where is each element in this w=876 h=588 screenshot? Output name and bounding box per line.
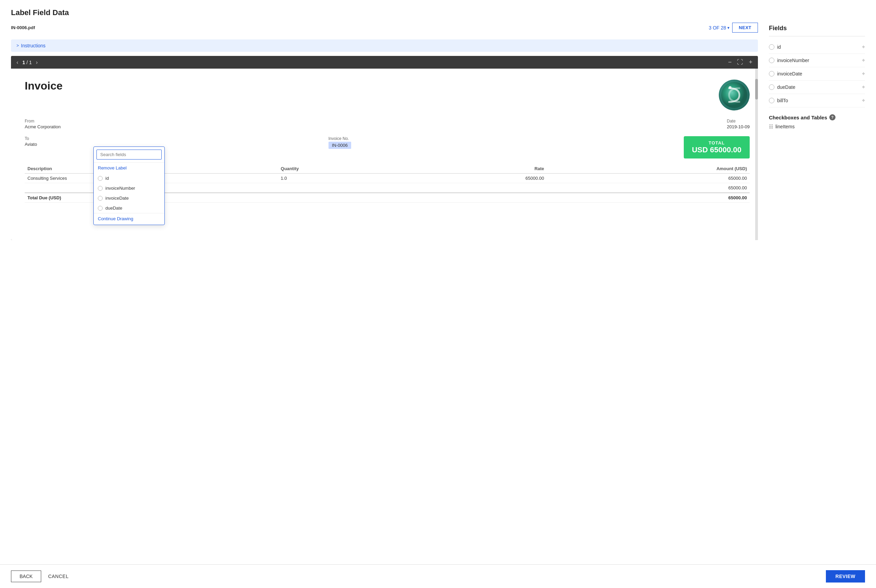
from-group: From Acme Corporation [25, 119, 61, 129]
crosshair-icon-dueDate[interactable]: ⌖ [862, 84, 865, 90]
fit-button[interactable]: ⛶ [737, 58, 743, 66]
field-item-invoiceNumber-left: invoiceNumber [769, 58, 809, 63]
total-box: TOTAL USD 65000.00 [684, 136, 750, 159]
field-radio-id[interactable] [769, 44, 774, 50]
zoom-in-button[interactable]: + [749, 58, 753, 66]
pdf-viewer: ‹ 1 / 1 › − ⛶ + [11, 56, 758, 240]
amount-header: Amount (USD) [547, 164, 750, 174]
dropdown-option-dueDate[interactable]: dueDate [94, 203, 164, 213]
dropdown-option-id[interactable]: id [94, 173, 164, 183]
subtotal-value: 65000.00 [547, 183, 750, 193]
pdf-nav: ‹ 1 / 1 › [17, 59, 38, 66]
svg-point-1 [729, 86, 732, 89]
pdf-content: Invoice [11, 69, 758, 240]
checkboxes-title: Checkboxes and Tables ? [769, 114, 865, 120]
zoom-out-button[interactable]: − [728, 58, 732, 66]
back-button[interactable]: BACK [11, 570, 41, 582]
crosshair-icon-billTo[interactable]: ⌖ [862, 98, 865, 104]
dropdown-option-invoiceNumber[interactable]: invoiceNumber [94, 183, 164, 193]
main-content: Label Field Data IN-0006.pdf 3 OF 28 ▾ N… [0, 0, 876, 564]
pdf-total-pages: 1 [29, 60, 32, 65]
chevron-down-icon[interactable]: ▾ [727, 26, 729, 30]
fields-divider [769, 36, 865, 36]
from-label: From [25, 119, 61, 123]
cancel-button[interactable]: CANCEL [48, 574, 69, 579]
total-due-label: Total Due (USD) [25, 193, 411, 203]
pdf-page-display: 1 / 1 [22, 60, 32, 65]
line-items-label: lineItems [775, 124, 795, 129]
invoice-no-group: Invoice No. IN-0006 [329, 136, 351, 149]
crosshair-icon-invoiceNumber[interactable]: ⌖ [862, 57, 865, 63]
option-invoiceDate-label: invoiceDate [105, 195, 129, 201]
from-value: Acme Corporation [25, 124, 61, 129]
option-invoiceNumber-label: invoiceNumber [105, 186, 135, 191]
table-icon: ☷ [769, 124, 773, 129]
to-label: To [25, 136, 37, 141]
field-item-invoiceDate: invoiceDate ⌖ [769, 67, 865, 81]
field-radio-dueDate[interactable] [769, 84, 774, 90]
pdf-next-button[interactable]: › [36, 59, 38, 66]
invoice-title: Invoice [25, 80, 63, 92]
pagination-text: 3 OF 28 ▾ [709, 25, 730, 30]
field-item-billTo-left: billTo [769, 98, 788, 103]
fields-title: Fields [769, 25, 865, 32]
field-item-id-left: id [769, 44, 781, 50]
pdf-page-sep: / [26, 60, 29, 65]
field-name-invoiceNumber: invoiceNumber [777, 58, 809, 63]
field-radio-invoiceNumber[interactable] [769, 58, 774, 63]
footer-left: BACK CANCEL [11, 570, 69, 582]
row1-rate: 65000.00 [411, 174, 547, 183]
field-item-invoiceDate-left: invoiceDate [769, 71, 802, 76]
field-name-invoiceDate: invoiceDate [777, 71, 802, 76]
field-name-billTo: billTo [777, 98, 788, 103]
total-label: TOTAL [692, 140, 741, 146]
company-logo [719, 80, 750, 111]
radio-invoiceDate [98, 196, 103, 201]
top-bar: IN-0006.pdf 3 OF 28 ▾ NEXT [11, 22, 758, 33]
search-input[interactable] [96, 150, 162, 159]
rate-header: Rate [411, 164, 547, 174]
svg-point-0 [721, 82, 747, 108]
instructions-chevron: > [17, 43, 19, 48]
line-items-row: ☷ lineItems [769, 124, 865, 129]
dropdown-option-invoiceDate[interactable]: invoiceDate [94, 193, 164, 203]
field-name-dueDate: dueDate [777, 84, 795, 90]
option-id-label: id [105, 176, 109, 181]
invoice-no-value: IN-0006 [329, 142, 351, 149]
field-radio-invoiceDate[interactable] [769, 71, 774, 76]
scrollbar[interactable] [755, 69, 758, 240]
option-dueDate-label: dueDate [105, 206, 122, 211]
pdf-current-page: 1 [22, 60, 25, 65]
total-due-value: 65000.00 [547, 193, 750, 203]
help-icon[interactable]: ? [829, 114, 835, 120]
page-wrapper: Label Field Data IN-0006.pdf 3 OF 28 ▾ N… [0, 0, 876, 588]
date-label: Date [727, 119, 750, 123]
pdf-controls: − ⛶ + [728, 58, 753, 66]
radio-invoiceNumber [98, 186, 103, 191]
field-item-billTo: billTo ⌖ [769, 94, 865, 107]
pdf-toolbar: ‹ 1 / 1 › − ⛶ + [11, 56, 758, 69]
instructions-bar[interactable]: > Instructions [11, 39, 758, 52]
to-group: To Aviato [25, 136, 37, 147]
total-amount: USD 65000.00 [692, 146, 741, 154]
checkboxes-title-text: Checkboxes and Tables [769, 115, 827, 120]
review-button[interactable]: REVIEW [826, 570, 865, 582]
search-wrapper [94, 147, 164, 163]
row1-qty: 1.0 [278, 174, 411, 183]
invoice-header: Invoice [25, 80, 750, 111]
crosshair-icon-id[interactable]: ⌖ [862, 44, 865, 50]
radio-id [98, 176, 103, 181]
next-button[interactable]: NEXT [732, 22, 758, 33]
scrollbar-thumb [755, 79, 758, 99]
field-radio-billTo[interactable] [769, 98, 774, 103]
pagination-count: 3 OF 28 [709, 25, 726, 30]
checkboxes-section: Checkboxes and Tables ? ☷ lineItems [769, 114, 865, 129]
qty-header: Quantity [278, 164, 411, 174]
pdf-prev-button[interactable]: ‹ [17, 59, 18, 66]
continue-drawing-option[interactable]: Continue Drawing [94, 213, 164, 225]
remove-label-option[interactable]: Remove Label [94, 163, 164, 173]
crosshair-icon-invoiceDate[interactable]: ⌖ [862, 70, 865, 77]
to-value: Aviato [25, 142, 37, 147]
instructions-label: Instructions [21, 43, 46, 48]
field-name-id: id [777, 44, 781, 50]
